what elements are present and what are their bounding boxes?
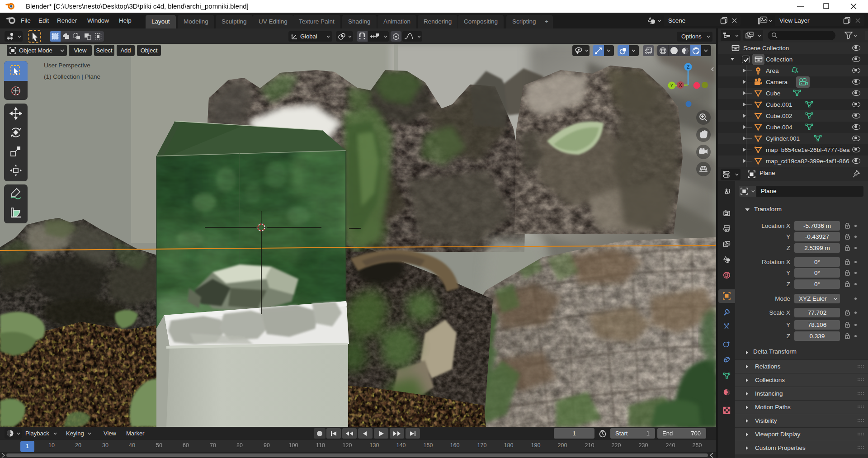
svg-text:X: X xyxy=(679,82,682,88)
svg-text:Z: Z xyxy=(687,64,690,70)
svg-text:Y: Y xyxy=(670,83,674,88)
